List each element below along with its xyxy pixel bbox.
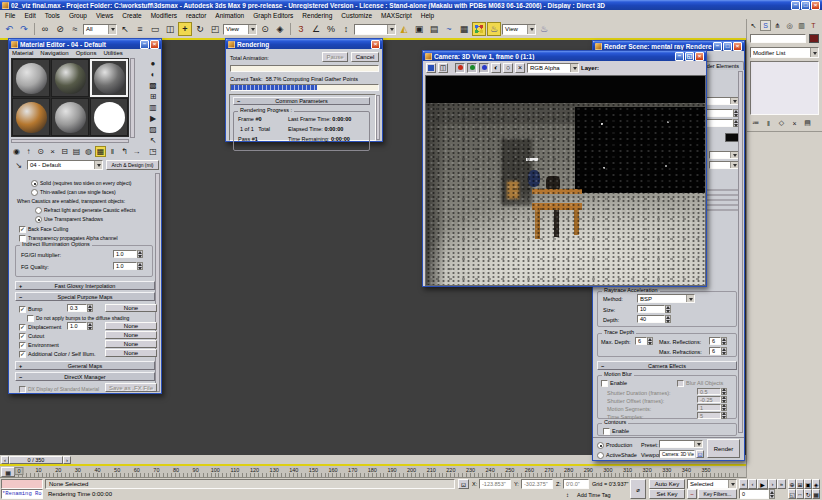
pick-material-icon[interactable]: ↘ [13, 160, 24, 170]
x-coordinate-field[interactable]: -123.853" [479, 479, 511, 489]
mitem-modifiers[interactable]: Modifiers [150, 12, 178, 19]
maxscript-listener-line[interactable]: *Renaming Rol [1, 489, 43, 499]
tab-motion-icon[interactable]: ◎ [784, 20, 795, 31]
make-unique-icon[interactable]: ◇ [776, 118, 787, 128]
z-coordinate-field[interactable]: 0'0.0" [563, 479, 589, 489]
time-samples-field[interactable]: 5 [697, 412, 721, 419]
material-id-icon[interactable]: ◍ [83, 146, 94, 157]
set-key-button[interactable]: Set Key [649, 489, 685, 499]
common-parameters-rollout[interactable]: −Common Parameters [233, 97, 370, 105]
shutter-offset-field[interactable]: -0.25 [697, 396, 721, 403]
undo-icon[interactable]: ↶ [2, 22, 16, 36]
zoom-viewport-icon[interactable]: ⊕ [788, 479, 796, 489]
key-filters-button[interactable]: Key Filters... [698, 489, 737, 499]
bump-diffuse-note-checkbox[interactable] [27, 315, 34, 322]
redo-icon[interactable]: ↷ [17, 22, 31, 36]
memitem-utilities[interactable]: Utilities [102, 50, 123, 56]
cancel-button[interactable]: Cancel [351, 52, 379, 62]
add-time-tag[interactable]: Add Time Tag [577, 492, 611, 498]
displacement-checkbox[interactable] [19, 324, 26, 331]
shutter-duration-field[interactable]: 0.5 [697, 388, 721, 395]
backlight-icon[interactable]: ◐ [147, 69, 159, 79]
current-time-field[interactable]: 0 [739, 489, 769, 499]
transform-lock-icon[interactable]: ⊡ [458, 479, 469, 489]
spinner-snap-icon[interactable]: ↕ [339, 22, 353, 36]
macro-recorder-line[interactable] [1, 479, 43, 489]
rs-maximize-button[interactable]: □ [723, 42, 732, 51]
rs-close-button[interactable]: × [733, 42, 742, 51]
additional-color-map-button[interactable]: None [105, 349, 157, 357]
select-rotate-icon[interactable]: ↻ [193, 22, 207, 36]
solid-radio[interactable] [31, 180, 38, 187]
reset-map-icon[interactable]: × [47, 146, 58, 157]
mitem-customize[interactable]: Customize [340, 12, 373, 19]
max-refractions-field[interactable]: 6 [709, 347, 721, 355]
tab-display-icon[interactable]: ▥ [796, 20, 807, 31]
mitem-tools[interactable]: Tools [44, 12, 61, 19]
bump-amount-field[interactable]: 0.3 [67, 304, 87, 312]
size-spinner[interactable] [665, 305, 671, 313]
maximize-viewport-icon[interactable]: ▦ [812, 489, 820, 499]
material-params-scrollbar[interactable] [155, 173, 160, 392]
max-reflections-field[interactable]: 6 [709, 337, 721, 345]
video-color-check-icon[interactable]: ▥ [147, 102, 159, 112]
track-bar[interactable]: ▦ 01020304050607080901001101201301401501… [0, 466, 746, 478]
environment-map-button[interactable]: None [105, 340, 157, 348]
dropdown-arrow-icon[interactable] [728, 480, 736, 488]
show-end-result-icon[interactable]: ‖ [763, 118, 774, 128]
displacement-spinner[interactable] [87, 322, 93, 330]
bump-spinner[interactable] [87, 304, 93, 312]
zoom-extents-all-icon[interactable]: ◈ [812, 479, 820, 489]
pan-icon[interactable]: ↔ [796, 489, 804, 499]
next-frame-button[interactable]: › [768, 479, 777, 489]
dropdown-arrow-icon[interactable] [810, 48, 818, 57]
curve-editor-icon[interactable]: ~ [442, 22, 456, 36]
options-icon[interactable]: ▨ [147, 124, 159, 134]
memitem-options[interactable]: Options [75, 50, 98, 56]
arc-rotate-icon[interactable]: ↻ [804, 489, 812, 499]
raytrace-depth-field[interactable]: 40 [637, 315, 665, 323]
max-depth-field[interactable]: 6 [635, 337, 647, 345]
get-material-icon[interactable]: ◉ [11, 146, 22, 157]
put-to-scene-icon[interactable]: ↑ [23, 146, 34, 157]
me-minimize-button[interactable]: − [140, 40, 149, 49]
prev-frame-button[interactable]: ‹ [748, 479, 757, 489]
fg-quality-spinner[interactable] [137, 262, 143, 270]
dropdown-arrow-icon[interactable] [527, 25, 535, 34]
general-maps-rollout[interactable]: +General Maps [15, 361, 155, 370]
align-icon[interactable]: ▣ [412, 22, 426, 36]
material-slot-5[interactable] [51, 98, 89, 136]
dropdown-arrow-icon[interactable] [248, 25, 256, 34]
material-slot-2[interactable] [51, 59, 89, 97]
additional-color-checkbox[interactable] [19, 351, 26, 358]
dropdown-arrow-icon[interactable] [730, 98, 738, 104]
preset-dropdown[interactable] [659, 440, 703, 448]
viewport-lock-icon[interactable]: ⊡ [696, 450, 704, 458]
material-type-button[interactable]: Arch & Design (mi) [106, 160, 159, 170]
dropdown-arrow-icon[interactable] [730, 162, 738, 168]
contours-enable-checkbox[interactable] [603, 428, 610, 435]
blue-channel-icon[interactable] [479, 63, 489, 73]
sample-uv-tiling-icon[interactable]: ⊞ [147, 91, 159, 101]
dropdown-arrow-icon[interactable] [387, 25, 395, 34]
minimize-button[interactable]: − [791, 1, 800, 10]
max-depth-spinner[interactable] [647, 337, 653, 345]
rs-option-dropdown-2[interactable] [709, 161, 739, 169]
dropdown-arrow-icon[interactable] [108, 25, 116, 34]
motion-segments-field[interactable]: 1 [697, 404, 721, 411]
back-face-culling-checkbox[interactable] [19, 226, 26, 233]
refract-caustics-radio[interactable] [35, 207, 42, 214]
save-bitmap-icon[interactable] [426, 63, 436, 73]
render-scene-icon[interactable]: ♨ [487, 22, 501, 36]
sample-hscrollbar[interactable] [11, 139, 129, 143]
modifier-list-dropdown[interactable]: Modifier List [750, 47, 819, 58]
make-preview-icon[interactable]: ▶ [147, 113, 159, 123]
camera-window-title-bar[interactable]: Camera: 3D View 1, frame 0 (1:1) − ◱ × [423, 51, 706, 61]
background-icon[interactable]: ▩ [147, 80, 159, 90]
dropdown-arrow-icon[interactable] [94, 161, 102, 169]
time-slider-handle[interactable]: 0 / 350 [9, 456, 63, 464]
select-manipulate-icon[interactable]: ◈ [273, 22, 287, 36]
material-navigator-icon[interactable]: ◳ [147, 146, 159, 156]
sample-type-icon[interactable]: ● [147, 58, 159, 68]
go-start-button[interactable]: « [739, 479, 748, 489]
